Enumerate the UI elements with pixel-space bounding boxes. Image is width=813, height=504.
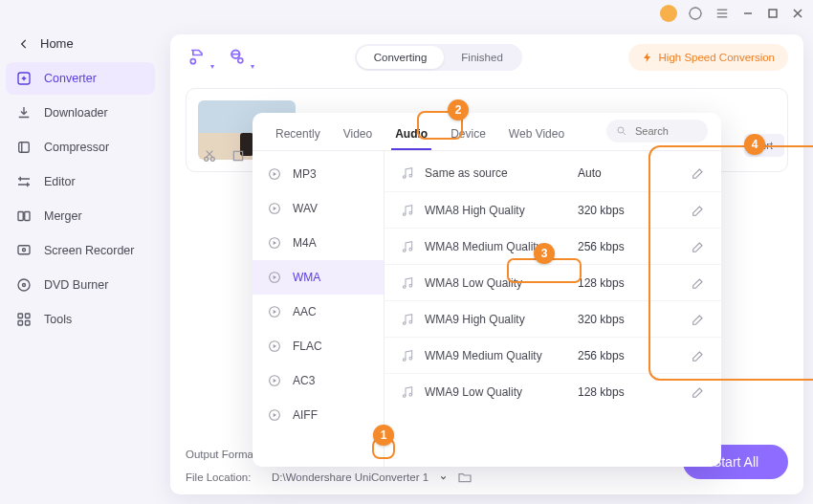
format-icon (266, 165, 283, 183)
sidebar-item-label: Downloader (44, 106, 108, 120)
format-m4a[interactable]: M4A (253, 226, 384, 260)
music-icon (400, 165, 415, 181)
format-flac[interactable]: FLAC (253, 329, 384, 363)
music-icon (400, 239, 415, 254)
quality-row[interactable]: WMA9 Low Quality128 kbps (385, 373, 721, 409)
svg-point-39 (403, 358, 406, 361)
edit-quality-icon[interactable] (691, 203, 706, 218)
edit-quality-icon[interactable] (691, 239, 706, 254)
quality-name: WMA9 Low Quality (425, 385, 568, 399)
format-aac[interactable]: AAC (253, 295, 384, 329)
sidebar-nav: Converter Downloader Compressor Editor M… (6, 62, 155, 336)
music-icon (400, 384, 415, 400)
music-icon (400, 312, 415, 327)
svg-point-17 (205, 157, 209, 161)
quality-name: WMA9 Medium Quality (425, 349, 568, 362)
sidebar-item-merger[interactable]: Merger (6, 200, 155, 232)
quality-name: WMA9 High Quality (425, 313, 568, 326)
trim-icon[interactable] (202, 148, 217, 164)
quality-row[interactable]: WMA9 High Quality320 kbps (385, 300, 721, 337)
svg-point-40 (409, 357, 412, 360)
svg-point-29 (403, 176, 406, 179)
format-aiff[interactable]: AIFF (253, 398, 384, 432)
format-search-input[interactable] (633, 124, 691, 138)
format-icon (266, 234, 283, 252)
svg-rect-4 (18, 212, 23, 221)
compressor-icon (15, 139, 33, 156)
format-ac3[interactable]: AC3 (253, 363, 384, 398)
edit-quality-icon[interactable] (691, 312, 706, 327)
dd-tab-webvideo[interactable]: Web Video (499, 120, 574, 150)
svg-point-34 (409, 248, 412, 251)
quality-row[interactable]: WMA9 Medium Quality256 kbps (385, 337, 721, 373)
sidebar-item-label: Editor (44, 175, 76, 188)
svg-rect-12 (18, 321, 23, 326)
svg-point-20 (618, 127, 624, 133)
format-label: M4A (293, 236, 317, 250)
dd-tab-audio[interactable]: Audio (385, 120, 437, 150)
edit-quality-icon[interactable] (691, 275, 706, 291)
tools-icon (15, 311, 33, 328)
sidebar-item-dvdburner[interactable]: DVD Burner (6, 269, 155, 301)
minimize-button[interactable] (740, 6, 756, 21)
svg-rect-1 (769, 10, 777, 17)
close-button[interactable] (790, 6, 805, 21)
quality-rate: 128 kbps (578, 276, 645, 290)
editor-icon (15, 173, 33, 190)
tab-finished[interactable]: Finished (444, 46, 519, 69)
sidebar-item-downloader[interactable]: Downloader (6, 97, 155, 129)
merger-icon (15, 208, 33, 225)
sidebar-item-converter[interactable]: Converter (6, 62, 155, 95)
support-icon[interactable] (687, 5, 704, 22)
svg-point-37 (403, 321, 406, 324)
user-avatar[interactable] (660, 5, 677, 22)
menu-icon[interactable] (714, 5, 731, 22)
dd-tab-video[interactable]: Video (334, 120, 382, 150)
format-label: WMA (293, 271, 320, 284)
add-file-button[interactable]: ▾ (186, 46, 209, 69)
quality-row[interactable]: Same as sourceAuto (385, 155, 721, 191)
format-search[interactable] (606, 120, 708, 142)
svg-point-0 (690, 8, 701, 19)
svg-rect-19 (233, 151, 242, 160)
svg-rect-10 (18, 314, 23, 318)
sidebar-item-label: Screen Recorder (44, 244, 135, 257)
format-dropdown: Recently Video Audio Device Web Video MP… (253, 113, 721, 467)
add-url-button[interactable]: ▾ (226, 46, 249, 69)
breadcrumb-home[interactable]: Home (40, 36, 74, 51)
format-mp3[interactable]: MP3 (253, 157, 384, 191)
sidebar-item-tools[interactable]: Tools (6, 303, 155, 336)
sidebar-item-compressor[interactable]: Compressor (6, 131, 155, 164)
edit-quality-icon[interactable] (691, 165, 706, 181)
file-location-label: File Location: (186, 471, 264, 483)
crop-icon[interactable] (231, 148, 246, 164)
dd-tab-device[interactable]: Device (441, 120, 495, 150)
open-folder-icon[interactable] (457, 470, 472, 485)
quality-row[interactable]: WMA8 High Quality320 kbps (385, 191, 721, 228)
edit-quality-icon[interactable] (691, 384, 706, 400)
dvdburner-icon (15, 276, 33, 294)
quality-name: WMA8 High Quality (425, 204, 568, 217)
maximize-button[interactable] (765, 6, 780, 21)
format-icon (266, 303, 283, 320)
sidebar-item-label: DVD Burner (44, 278, 108, 292)
sidebar-item-editor[interactable]: Editor (6, 165, 155, 198)
sidebar-item-label: Merger (44, 209, 82, 223)
format-wma[interactable]: WMA (253, 260, 384, 295)
quality-rate: 128 kbps (578, 385, 645, 399)
svg-point-18 (210, 157, 214, 161)
edit-quality-icon[interactable] (691, 348, 706, 363)
format-wav[interactable]: WAV (253, 191, 384, 226)
svg-rect-6 (18, 246, 30, 254)
file-location-dropdown-button[interactable] (436, 471, 450, 484)
high-speed-conversion-button[interactable]: High Speed Conversion (628, 44, 788, 71)
format-icon (266, 372, 283, 389)
quality-row[interactable]: WMA8 Low Quality128 kbps (385, 264, 721, 300)
svg-point-9 (23, 284, 26, 287)
sidebar-item-screenrecorder[interactable]: Screen Recorder (6, 234, 155, 267)
format-icon (266, 406, 283, 424)
tab-converting[interactable]: Converting (357, 46, 445, 69)
dd-tab-recently[interactable]: Recently (266, 120, 330, 150)
quality-rate: 320 kbps (578, 204, 645, 217)
back-icon[interactable] (17, 37, 31, 51)
